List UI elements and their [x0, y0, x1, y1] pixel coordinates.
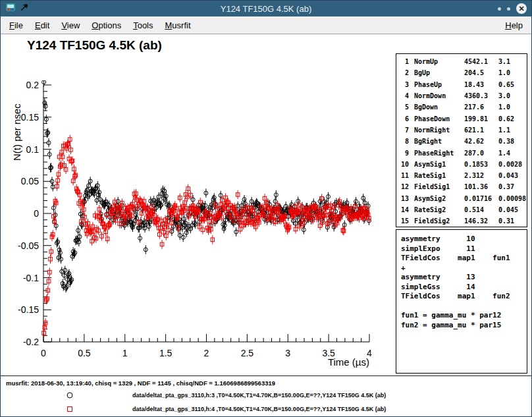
data-point — [49, 254, 53, 264]
app-icon[interactable] — [5, 2, 16, 15]
parameter-row: 8BgRight42.620.38 — [396, 136, 527, 147]
param-error: 0.043 — [498, 172, 527, 179]
window-title: Y124 TF150G 4.5K (ab) — [1, 4, 531, 14]
param-value: 42.62 — [464, 138, 498, 145]
data-point — [147, 222, 151, 231]
param-name: BgDown — [414, 103, 464, 111]
data-point — [242, 195, 246, 204]
param-no: 4 — [400, 92, 409, 99]
param-error: 1.0 — [498, 103, 527, 111]
parameter-box: 1NormUp4542.13.12BgUp204.51.03PhaseUp18.… — [396, 53, 527, 227]
data-point — [186, 184, 190, 194]
param-name: NormDown — [414, 92, 464, 99]
parameter-row: 3PhaseUp18.430.65 — [396, 79, 527, 90]
param-value: 0.514 — [464, 206, 498, 213]
parameter-row: 10AsymSig10.18530.0028 — [396, 159, 527, 170]
param-name: NormRight — [414, 126, 464, 134]
param-value: 204.5 — [464, 69, 498, 76]
param-error: 0.00098 — [498, 195, 527, 202]
menu-item-file[interactable]: File — [3, 20, 29, 30]
legend-row: data/deltat_pta_gps_3110,h:3 ,T0=4.50K,T… — [1, 389, 531, 401]
param-value: 2.312 — [464, 172, 498, 179]
data-point — [144, 245, 147, 254]
param-error: 0.62 — [498, 115, 527, 123]
data-point — [51, 182, 55, 192]
separator-line — [1, 375, 532, 376]
maximize-button[interactable] — [507, 7, 510, 11]
square-marker-icon — [65, 404, 74, 416]
param-value: 18.43 — [464, 81, 498, 88]
param-no: 9 — [400, 150, 409, 157]
param-error: 3.1 — [498, 58, 527, 65]
param-no: 10 — [400, 161, 409, 168]
menu-item-options[interactable]: Options — [86, 20, 127, 30]
data-point — [100, 232, 104, 241]
param-name: PhaseRight — [414, 150, 464, 157]
series-circle — [42, 78, 371, 292]
minimize-button[interactable] — [498, 7, 501, 11]
param-no: 15 — [400, 217, 409, 225]
menu-item-help[interactable]: Help — [499, 20, 529, 30]
parameter-row: 12FieldSig1101.360.37 — [396, 181, 527, 192]
param-error: 0.045 — [498, 206, 527, 213]
data-point — [57, 170, 61, 179]
parameter-row: 14RateSig20.5140.045 — [396, 204, 527, 215]
plot-canvas[interactable]: 00.511.522.533.54-0.2-0.15-0.1-0.0500.05… — [1, 34, 396, 376]
menu-item-view[interactable]: View — [55, 20, 86, 30]
data-point — [234, 227, 238, 236]
legend-label: data/deltat_pta_gps_3110,h:3 ,T0=4.50K,T… — [132, 392, 386, 399]
param-value: 146.32 — [464, 217, 498, 225]
data-point — [105, 235, 109, 244]
data-point — [294, 225, 298, 234]
data-point — [211, 235, 215, 244]
y-tick-label: 0.15 — [21, 112, 39, 123]
y-tick-label: -0.15 — [18, 304, 39, 315]
series-square — [42, 135, 371, 338]
param-no: 6 — [400, 115, 409, 123]
data-point — [118, 219, 122, 229]
param-name: PhaseDown — [414, 115, 464, 123]
parameter-row: 7NormRight621.11.1 — [396, 125, 527, 136]
param-value: 199.81 — [464, 115, 498, 123]
menu-item-musrfit[interactable]: Musrfit — [159, 20, 197, 30]
param-error: 0.37 — [498, 183, 527, 190]
menubar: FileEditViewOptionsToolsMusrfitHelp — [1, 16, 531, 34]
param-value: 101.36 — [464, 183, 498, 190]
data-point — [273, 197, 277, 206]
param-value: 4542.1 — [464, 58, 498, 65]
x-tick-label: 2.5 — [241, 348, 254, 358]
parameter-row: 13AsymSig20.017160.00098 — [396, 193, 527, 204]
close-button[interactable]: ✕ — [516, 3, 527, 14]
param-name: FieldSig1 — [414, 183, 464, 190]
x-tick-label: 1 — [122, 348, 128, 358]
data-point — [78, 190, 82, 200]
data-point — [183, 198, 187, 208]
parameter-row: 9PhaseRight287.01.4 — [396, 147, 527, 158]
param-name: NormUp — [414, 58, 464, 65]
menu-item-tools[interactable]: Tools — [127, 20, 159, 30]
param-no: 11 — [400, 172, 409, 179]
data-point — [296, 196, 300, 206]
pin-icon[interactable] — [20, 3, 29, 14]
x-tick-label: 3 — [285, 348, 290, 358]
data-point — [53, 217, 57, 227]
data-point — [56, 176, 60, 185]
param-error: 1.4 — [498, 150, 527, 157]
fit-info: musrfit: 2018-06-30, 13:19:40, chisq = 1… — [6, 379, 275, 387]
theory-box: asymmetry 10 simplExpo 11 TFieldCos map1… — [396, 229, 527, 374]
parameter-row: 5BgDown217.61.0 — [396, 101, 527, 113]
menu-item-edit[interactable]: Edit — [29, 20, 55, 30]
param-no: 7 — [400, 126, 409, 134]
y-tick-label: 0.1 — [26, 144, 40, 155]
param-no: 12 — [400, 183, 409, 190]
param-value: 0.1853 — [464, 161, 498, 168]
x-tick-label: 2 — [204, 348, 209, 358]
app-window: Y124 TF150G 4.5K (ab) ✕ FileEditViewOpti… — [0, 0, 532, 417]
param-name: AsymSig2 — [414, 195, 464, 202]
y-tick-label: 0 — [34, 208, 39, 219]
x-axis-title: Time (µs) — [328, 356, 369, 368]
param-name: AsymSig1 — [414, 161, 464, 168]
legend-row: data/deltat_pta_gps_3110,h:4 ,T0=4.50K,T… — [1, 403, 531, 415]
y-tick-label: -0.1 — [23, 273, 39, 283]
data-point — [138, 234, 142, 243]
